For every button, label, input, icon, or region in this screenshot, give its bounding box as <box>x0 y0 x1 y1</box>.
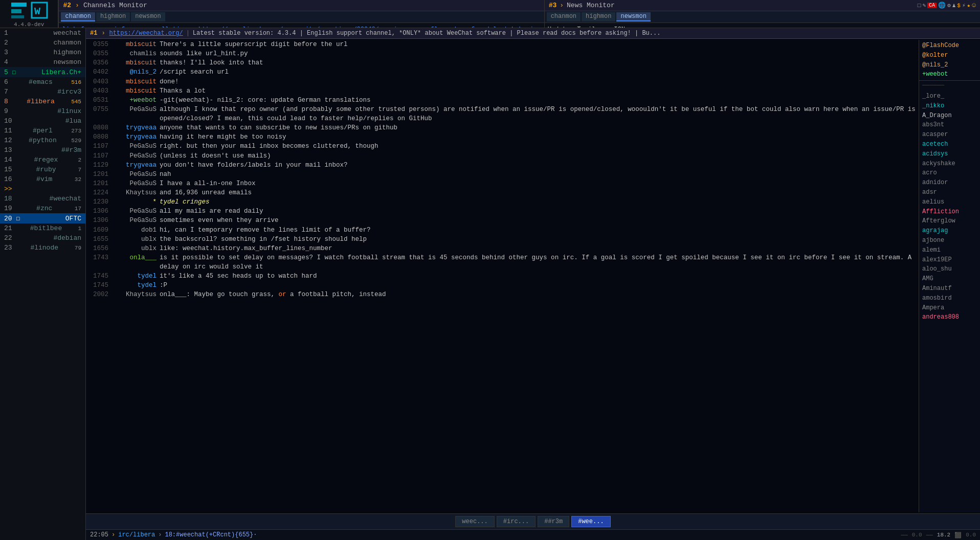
panel-2-tab-newsmon[interactable]: newsmon <box>131 12 165 21</box>
panel-2-header: #2 › Channels Monitor <box>59 0 544 11</box>
panel-2-num: #2 <box>63 2 71 9</box>
sidebar-item-weechat-chan[interactable]: 18 #weechat <box>0 194 85 204</box>
sidebar-item-newsmon[interactable]: 4 newsmon <box>0 57 85 67</box>
nick-acidsys[interactable]: acidsys <box>919 149 980 159</box>
sidebar-item-ruby[interactable]: 15 #ruby 7 <box>0 165 85 174</box>
nick-aminautf[interactable]: Aminautf <box>919 284 980 294</box>
nick-acasper[interactable]: acasper <box>919 130 980 140</box>
panel-2-tab-highmon[interactable]: highmon <box>96 12 130 21</box>
nick-alemi[interactable]: alemi <box>919 245 980 255</box>
chat-topic: Latest stable version: 4.3.4 | English s… <box>193 30 661 37</box>
sidebar-item-chanmon[interactable]: 2 chanmon <box>0 38 85 48</box>
sidebar-item-debian[interactable]: 22 #debian <box>0 233 85 243</box>
panel-3-tab-newsmon[interactable]: newsmon <box>616 12 650 21</box>
bottom-tab-irc[interactable]: #irc... <box>497 516 536 527</box>
nick-acro[interactable]: acro <box>919 168 980 178</box>
sidebar-item-linux[interactable]: 9 #linux <box>0 106 85 116</box>
sidebar-item-emacs[interactable]: 6 #emacs 516 <box>0 77 85 87</box>
msg-row-15: 1201 PeGaSuS I have a all-in-one Inbox <box>86 179 919 188</box>
msg-row-6: 0403 mbiscuit Thanks a lot <box>86 86 919 96</box>
msg-row-13: 1129 trygveaa you don't have folders/lab… <box>86 161 919 170</box>
sidebar-item-regex[interactable]: 14 #regex 2 <box>0 155 85 165</box>
nick-affliction[interactable]: Affliction <box>919 207 980 217</box>
nick-adnidor[interactable]: adnidor <box>919 178 980 188</box>
nick-acetech[interactable]: acetech <box>919 140 980 149</box>
nick-flashcode[interactable]: @FlashCode <box>919 41 980 51</box>
main-panels-row: 1 weechat 2 chanmon 3 highmon 4 newsmon … <box>0 28 980 540</box>
status-prompt: › <box>112 531 115 538</box>
sidebar-item-python[interactable]: 12 #python 529 <box>0 136 85 145</box>
msg-row-2: 0355 chamlis sounds like url_hint.py <box>86 49 919 58</box>
msg-row-14: 1201 PeGaSuS nah <box>86 170 919 179</box>
bottom-tab-weec[interactable]: weec... <box>455 516 494 527</box>
nick-aloo-shu[interactable]: aloo_shu <box>919 264 980 274</box>
nick-adragon[interactable]: A_Dragon <box>919 111 980 121</box>
msg-row-10: 0808 trygveaa having it here might be to… <box>86 132 919 142</box>
nick-andreas808[interactable]: andreas808 <box>919 312 980 322</box>
nick-lore[interactable]: _lore_ <box>919 92 980 101</box>
msg-row-25: 1745 tydel :P <box>86 281 919 290</box>
nick-abs3nt[interactable]: abs3nt <box>919 120 980 130</box>
msg-row-20: 1609 dob1 hi, can I temporary remove the… <box>86 226 919 235</box>
sidebar-item-r3m[interactable]: 13 ##r3m <box>0 145 85 155</box>
sidebar-item-libera[interactable]: 5 ☐ Libera.Ch+ <box>0 67 85 77</box>
nick-kolter[interactable]: @kolter <box>919 51 980 60</box>
bottom-tab-r3m[interactable]: ##r3m <box>538 516 569 527</box>
nick-ackyshake[interactable]: ackyshake <box>919 159 980 169</box>
sidebar-item-vim[interactable]: 16 #vim 32 <box>0 174 85 184</box>
msg-row-12: 1107 PeGaSuS (unless it doesn't use mail… <box>86 151 919 161</box>
messages-main: 0355 mbiscuit There's a little superscri… <box>86 40 919 512</box>
msg-row-18: 1306 PeGaSuS all my mails are read daily <box>86 207 919 216</box>
top-bar: W 4.4.0-dev #2 › Channels Monitor chanmo… <box>0 0 980 28</box>
nick-afterglow[interactable]: Afterglow <box>919 216 980 226</box>
nick-amg[interactable]: AMG <box>919 274 980 284</box>
sidebar-item-libera-chan[interactable]: 8 #libera 545 <box>0 97 85 106</box>
sidebar-item-linode[interactable]: 23 #linode 79 <box>0 243 85 253</box>
nick-ampera[interactable]: Ampera <box>919 303 980 313</box>
version-label: 4.4.0-dev <box>14 21 44 28</box>
nick-agrajag[interactable]: agrajag <box>919 226 980 236</box>
panel-3-tab-chanmon[interactable]: chanmon <box>547 12 581 21</box>
msg-row-16: 1224 Khaytsus and 16,936 unread emails <box>86 188 919 197</box>
msg-row-23: 1743 onla___ is it possible to set delay… <box>86 253 919 272</box>
panel-2-tab-chanmon[interactable]: chanmon <box>61 12 95 21</box>
nick-weebot-list[interactable]: +weebot <box>919 70 980 79</box>
panel-2-tabs: chanmon highmon newsmon <box>59 11 544 23</box>
chat-messages-area: 0355 mbiscuit There's a little superscri… <box>86 39 980 513</box>
msg-row-3: 0356 mbiscuit thanks! I'll look into tha… <box>86 58 919 68</box>
sidebar-item-oftc[interactable]: 20 ☐ OFTC <box>0 213 85 223</box>
panel-3-tab-highmon[interactable]: highmon <box>582 12 615 21</box>
bottom-tabs: weec... #irc... ##r3m #wee... <box>86 513 980 529</box>
chat-header: #1 › https://weechat.org/ | Latest stabl… <box>86 28 980 39</box>
sidebar-item-arrow[interactable]: >> <box>0 184 85 194</box>
bottom-tab-wee[interactable]: #wee... <box>571 516 610 527</box>
monitor-panel-2: #2 › Channels Monitor chanmon highmon ne… <box>59 0 544 28</box>
msg-row-8: 0755 PeGaSuS although I know that repo o… <box>86 105 919 123</box>
nick-ajbone[interactable]: ajbone <box>919 236 980 245</box>
status-channel: 18:#weechat(+CRcnt){655}· <box>165 531 257 538</box>
nick-nils2-list[interactable]: @nils_2 <box>919 60 980 70</box>
sidebar-item-ircv3[interactable]: 7 #ircv3 <box>0 87 85 97</box>
panel-3-num: #3 <box>549 2 557 9</box>
msg-row-9: 0808 trygveaa anyone that wants to can s… <box>86 123 919 132</box>
nick-aelius[interactable]: aelius <box>919 197 980 207</box>
panel-3-line-1: Updates Trailer - IGN <box>548 25 977 28</box>
msg-row-7: 0531 +weebot -git(weechat)- nils_2: core… <box>86 96 919 105</box>
app-logo: W <box>9 0 50 20</box>
nick-adsr[interactable]: adsr <box>919 188 980 197</box>
status-bar: 22:05 › irc/libera › 18:#weechat(+CRcnt)… <box>86 529 980 540</box>
panel-2-title: Channels Monitor <box>83 2 147 9</box>
chat-url[interactable]: https://weechat.org/ <box>109 30 183 37</box>
nick-amosbird[interactable]: amosbird <box>919 294 980 303</box>
msg-row-5: 0403 mbiscuit done! <box>86 77 919 86</box>
sidebar-item-perl[interactable]: 11 #perl 273 <box>0 126 85 136</box>
nick-alex19ep[interactable]: alex19EP <box>919 255 980 265</box>
sidebar-item-lua[interactable]: 10 #lua <box>0 116 85 126</box>
msg-row-1: 0355 mbiscuit There's a little superscri… <box>86 40 919 49</box>
sidebar-item-highmon[interactable]: 3 highmon <box>0 48 85 57</box>
panel-3-title: News Monitor <box>567 2 615 9</box>
nick-nikko[interactable]: _nikko <box>919 101 980 111</box>
sidebar-item-bitlbee[interactable]: 21 #bitlbee 1 <box>0 223 85 233</box>
sidebar-item-weechat[interactable]: 1 weechat <box>0 28 85 38</box>
sidebar-item-znc[interactable]: 19 #znc 17 <box>0 204 85 213</box>
